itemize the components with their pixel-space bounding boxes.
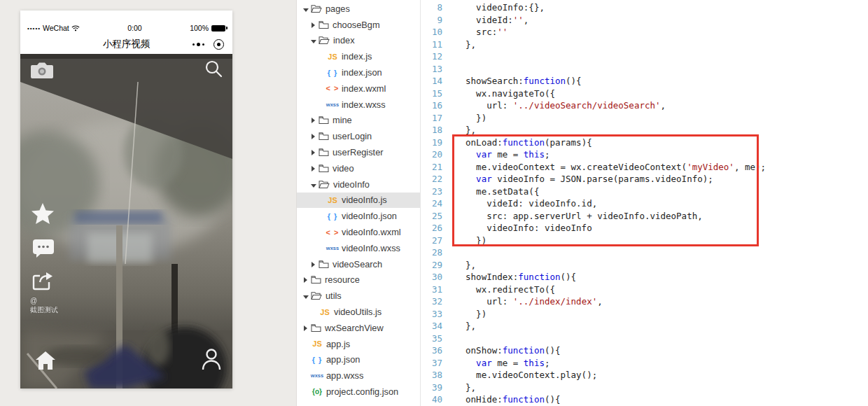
code-line-17[interactable]: }) — [455, 112, 868, 125]
code-line-22[interactable]: var videoInfo = JSON.parse(params.videoI… — [455, 173, 868, 186]
chevron-right-icon[interactable] — [311, 20, 318, 30]
chevron-right-icon[interactable] — [311, 147, 318, 158]
code-line-27[interactable]: }) — [455, 234, 868, 247]
code-line-23[interactable]: me.setData({ — [455, 186, 868, 198]
code-line-12[interactable] — [455, 50, 868, 63]
folder-icon — [311, 323, 321, 332]
tree-item-videoInfo-json[interactable]: { }videoInfo.json — [297, 208, 420, 224]
tree-item-index-wxml[interactable]: < >index.wxml — [297, 80, 420, 97]
battery-info: 100% — [190, 24, 225, 32]
code-line-18[interactable]: }, — [455, 124, 868, 136]
chevron-right-icon[interactable] — [311, 259, 318, 270]
carrier-info: ••••• WeChat — [27, 24, 80, 32]
home-icon[interactable] — [35, 351, 56, 370]
tree-item-utils[interactable]: utils — [297, 288, 420, 304]
tree-item-app-js[interactable]: JSapp.js — [297, 336, 420, 352]
tree-item-label: mine — [332, 115, 352, 125]
phone-simulator: ••••• WeChat 0:00 100% 小程序视频 — [20, 10, 232, 388]
chevron-right-icon[interactable] — [311, 131, 318, 141]
tree-item-label: utils — [326, 290, 342, 301]
code-line-36[interactable]: onShow:function(){ — [455, 344, 868, 357]
code-line-21[interactable]: me.videoContext = wx.createVideoContext(… — [455, 161, 868, 174]
tree-item-app-wxss[interactable]: wxssapp.wxss — [297, 368, 420, 384]
tree-item-userRegister[interactable]: userRegister — [297, 144, 420, 160]
tree-item-videoSearch[interactable]: videoSearch — [297, 256, 420, 272]
tree-item-videoInfo-wxss[interactable]: wxssvideoInfo.wxss — [297, 240, 420, 256]
tree-item-project-config-json[interactable]: {o}project.config.json — [297, 384, 420, 400]
exit-capsule-icon[interactable] — [214, 39, 224, 50]
tree-item-videoInfo-js[interactable]: JSvideoInfo.js — [297, 192, 420, 209]
line-number: 10 — [421, 26, 442, 38]
code-line-39[interactable]: }, — [455, 382, 868, 394]
code-line-11[interactable]: }, — [455, 38, 868, 51]
code-line-29[interactable]: }, — [455, 259, 868, 272]
code-line-20[interactable]: var me = this; — [455, 148, 868, 161]
code-line-26[interactable]: videoInfo: videoInfo — [455, 222, 868, 234]
code-line-35[interactable] — [455, 332, 868, 345]
tree-item-resource[interactable]: resource — [297, 272, 420, 288]
video-player[interactable]: @ 截图测试 — [20, 54, 232, 388]
comment-icon[interactable] — [32, 239, 55, 258]
tree-item-label: videoInfo.wxss — [342, 243, 400, 253]
code-line-13[interactable] — [455, 63, 868, 76]
chevron-down-icon[interactable] — [311, 35, 318, 46]
chevron-right-icon[interactable] — [311, 115, 318, 125]
code-content[interactable]: videoInfo:{}, videId:'', src:'' }, showS… — [455, 1, 868, 406]
code-line-32[interactable]: url: '../index/index', — [455, 295, 868, 308]
code-line-28[interactable] — [455, 246, 868, 259]
tree-item-videoInfo-wxml[interactable]: < >videoInfo.wxml — [297, 224, 420, 240]
tree-item-label: userLogin — [332, 131, 372, 141]
folder-icon — [318, 164, 329, 173]
code-line-25[interactable]: src: app.serverUrl + videoInfo.videoPath… — [455, 210, 868, 223]
line-number: 24 — [421, 197, 442, 210]
tree-item-index-wxss[interactable]: wxssindex.wxss — [297, 97, 420, 113]
code-line-40[interactable]: onHide:function(){ — [455, 393, 868, 406]
code-line-15[interactable]: wx.navigateTo({ — [455, 88, 868, 100]
chevron-right-icon[interactable] — [303, 274, 311, 285]
tree-item-video[interactable]: video — [297, 160, 420, 176]
code-editor[interactable]: 8910111213141516171819202122232425262728… — [421, 0, 868, 406]
tree-item-chooseBgm[interactable]: chooseBgm — [297, 17, 420, 33]
chevron-right-icon[interactable] — [311, 163, 318, 174]
chevron-right-icon[interactable] — [303, 323, 311, 333]
folder-icon — [318, 148, 329, 157]
code-line-14[interactable]: showSearch:function(){ — [455, 75, 868, 88]
code-line-30[interactable]: showIndex:function(){ — [455, 271, 868, 284]
search-icon[interactable] — [204, 59, 223, 78]
code-line-33[interactable]: }) — [455, 308, 868, 321]
code-line-24[interactable]: videId: videoInfo.id, — [455, 197, 868, 210]
tree-item-app-json[interactable]: { }app.json — [297, 352, 420, 368]
share-icon[interactable] — [32, 271, 53, 290]
code-line-9[interactable]: videId:'', — [455, 14, 868, 27]
chevron-down-icon[interactable] — [303, 4, 311, 14]
chevron-down-icon[interactable] — [311, 179, 318, 190]
code-line-10[interactable]: src:'' — [455, 26, 868, 38]
tree-item-index[interactable]: index — [297, 33, 420, 49]
code-line-34[interactable]: }, — [455, 320, 868, 332]
tree-item-index-js[interactable]: JSindex.js — [297, 48, 420, 64]
tree-item-index-json[interactable]: { }index.json — [297, 64, 420, 80]
camera-icon[interactable] — [30, 61, 54, 80]
tree-item-videoInfo[interactable]: videoInfo — [297, 176, 420, 192]
tree-item-label: project.config.json — [326, 386, 398, 397]
line-number: 30 — [421, 271, 442, 284]
tree-item-mine[interactable]: mine — [297, 113, 420, 129]
favorite-star-icon[interactable] — [30, 202, 55, 226]
line-number: 8 — [421, 1, 442, 14]
code-line-31[interactable]: wx.redirectTo({ — [455, 284, 868, 296]
tree-item-wxSearchView[interactable]: wxSearchView — [297, 320, 420, 336]
code-line-16[interactable]: url: '../videoSearch/videoSearch', — [455, 99, 868, 112]
code-line-8[interactable]: videoInfo:{}, — [455, 1, 868, 14]
tree-item-userLogin[interactable]: userLogin — [297, 128, 420, 144]
code-line-19[interactable]: onLoad:function(params){ — [455, 136, 868, 149]
tree-item-pages[interactable]: pages — [297, 1, 420, 17]
folder-icon — [318, 115, 329, 125]
code-line-38[interactable]: me.videoContext.play(); — [455, 369, 868, 382]
chevron-down-icon[interactable] — [303, 290, 311, 301]
code-line-37[interactable]: var me = this; — [455, 357, 868, 370]
line-number: 11 — [421, 38, 442, 51]
line-number: 14 — [421, 75, 442, 88]
tree-item-videoUtils-js[interactable]: JSvideoUtils.js — [297, 304, 420, 320]
profile-icon[interactable] — [202, 348, 221, 370]
more-menu-icon[interactable] — [192, 43, 204, 46]
